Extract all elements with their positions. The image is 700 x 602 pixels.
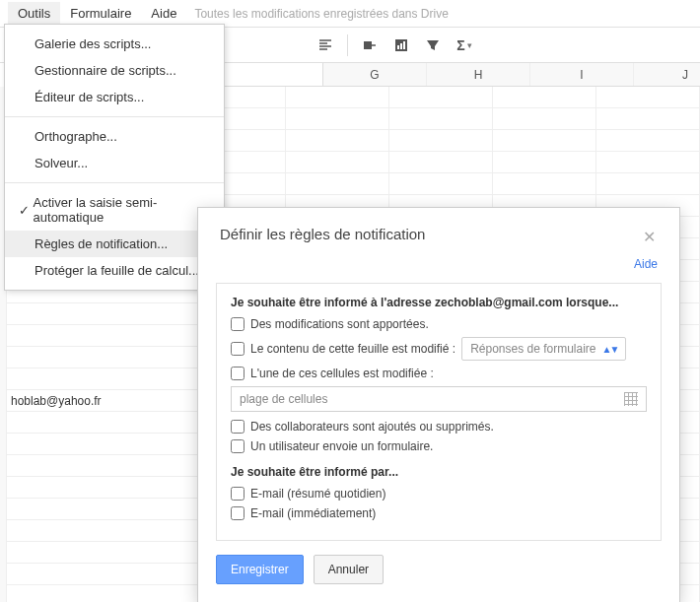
grid-picker-icon[interactable] bbox=[624, 392, 638, 406]
menu-item-label: Orthographe... bbox=[35, 129, 117, 144]
checkbox-sheet-content[interactable] bbox=[231, 342, 245, 356]
option-label: Des modifications sont apportées. bbox=[250, 317, 429, 331]
menu-item-label: Protéger la feuille de calcul... bbox=[35, 263, 199, 278]
column-header[interactable]: G bbox=[323, 63, 427, 86]
svg-rect-4 bbox=[403, 41, 405, 49]
option-label: L'une de ces cellules est modifiée : bbox=[250, 367, 434, 380]
cell-range-placeholder: plage de cellules bbox=[240, 392, 327, 406]
updown-icon: ▲▼ bbox=[602, 344, 618, 355]
when-title-suffix: lorsque... bbox=[563, 296, 619, 309]
sheet-select[interactable]: Réponses de formulaire ▲▼ bbox=[461, 337, 626, 361]
checkbox-form-submit[interactable] bbox=[231, 439, 245, 453]
checkbox-changes[interactable] bbox=[231, 317, 245, 331]
save-status: Toutes les modifications enregistrées da… bbox=[194, 7, 448, 21]
option-label: Des collaborateurs sont ajoutés ou suppr… bbox=[250, 420, 494, 434]
functions-button[interactable]: Σ ▾ bbox=[451, 33, 478, 58]
menu-item-label: Éditeur de scripts... bbox=[35, 90, 144, 104]
sigma-icon: Σ bbox=[456, 37, 464, 53]
save-button[interactable]: Enregistrer bbox=[216, 555, 304, 584]
option-label: E-mail (résumé quotidien) bbox=[250, 487, 385, 501]
filter-button[interactable] bbox=[419, 33, 447, 58]
close-icon[interactable]: ✕ bbox=[639, 226, 660, 248]
notify-email: zechoblab@gmail.com bbox=[435, 296, 563, 309]
column-header[interactable]: J bbox=[634, 63, 700, 86]
svg-rect-2 bbox=[397, 45, 399, 49]
menu-item-label: Activer la saisie semi-automatique bbox=[34, 195, 210, 225]
menu-separator bbox=[5, 116, 224, 117]
dialog-header: Définir les règles de notification ✕ bbox=[198, 208, 679, 256]
cancel-button[interactable]: Annuler bbox=[314, 555, 384, 584]
menu-item-script-gallery[interactable]: Galerie des scripts... bbox=[5, 31, 224, 57]
column-header[interactable]: I bbox=[530, 63, 634, 86]
checkbox-email-daily[interactable] bbox=[231, 487, 245, 501]
checkbox-email-immediate[interactable] bbox=[231, 506, 245, 520]
svg-rect-3 bbox=[400, 43, 402, 49]
chart-icon bbox=[394, 38, 408, 52]
text-overflow-icon bbox=[363, 38, 377, 52]
toolbar-separator bbox=[347, 34, 348, 56]
svg-rect-0 bbox=[364, 41, 372, 49]
notification-rules-dialog: Définir les règles de notification ✕ Aid… bbox=[197, 207, 680, 602]
menu-separator bbox=[5, 182, 224, 183]
filter-icon bbox=[426, 38, 440, 52]
menu-item-autocomplete[interactable]: ✓Activer la saisie semi-automatique bbox=[5, 189, 224, 231]
when-title-prefix: Je souhaite être informé à l'adresse bbox=[231, 296, 435, 309]
menu-item-label: Solveur... bbox=[35, 156, 88, 170]
menu-item-solver[interactable]: Solveur... bbox=[5, 150, 224, 176]
sheet-select-value: Réponses de formulaire bbox=[470, 342, 595, 356]
menu-item-protect-sheet[interactable]: Protéger la feuille de calcul... bbox=[5, 257, 224, 284]
help-link[interactable]: Aide bbox=[634, 257, 658, 271]
column-header[interactable]: H bbox=[427, 63, 530, 86]
tools-dropdown: Galerie des scripts... Gestionnaire de s… bbox=[4, 24, 225, 291]
checkbox-collaborators[interactable] bbox=[231, 420, 245, 434]
align-icon bbox=[318, 38, 332, 52]
dialog-title: Définir les règles de notification bbox=[220, 226, 425, 242]
option-label: Un utilisateur envoie un formulaire. bbox=[250, 439, 433, 453]
menu-tools[interactable]: Outils bbox=[8, 2, 60, 25]
option-label: Le contenu de cette feuille est modifié … bbox=[250, 342, 455, 356]
chevron-down-icon: ▾ bbox=[467, 40, 472, 50]
dialog-body: Je souhaite être informé à l'adresse zec… bbox=[216, 283, 662, 541]
section-how-title: Je souhaite être informé par... bbox=[231, 465, 647, 479]
menu-item-label: Gestionnaire de scripts... bbox=[35, 63, 176, 78]
menu-item-script-manager[interactable]: Gestionnaire de scripts... bbox=[5, 57, 224, 84]
dialog-footer: Enregistrer Annuler bbox=[198, 541, 679, 602]
option-label: E-mail (immédiatement) bbox=[250, 506, 376, 520]
menu-item-script-editor[interactable]: Éditeur de scripts... bbox=[5, 84, 224, 110]
checkbox-cells-modified[interactable] bbox=[231, 367, 245, 380]
section-when-title: Je souhaite être informé à l'adresse zec… bbox=[231, 296, 647, 309]
menu-help[interactable]: Aide bbox=[141, 2, 186, 25]
chart-button[interactable] bbox=[387, 33, 415, 58]
cell-range-input[interactable]: plage de cellules bbox=[231, 386, 647, 412]
menu-item-label: Règles de notification... bbox=[35, 236, 168, 251]
menu-form[interactable]: Formulaire bbox=[60, 2, 141, 25]
align-button[interactable] bbox=[312, 33, 339, 58]
text-overflow-button[interactable] bbox=[356, 33, 384, 58]
menu-item-label: Galerie des scripts... bbox=[35, 36, 152, 51]
menu-item-notification-rules[interactable]: Règles de notification... bbox=[5, 231, 224, 257]
check-icon: ✓ bbox=[19, 203, 34, 218]
menu-item-spelling[interactable]: Orthographe... bbox=[5, 123, 224, 150]
